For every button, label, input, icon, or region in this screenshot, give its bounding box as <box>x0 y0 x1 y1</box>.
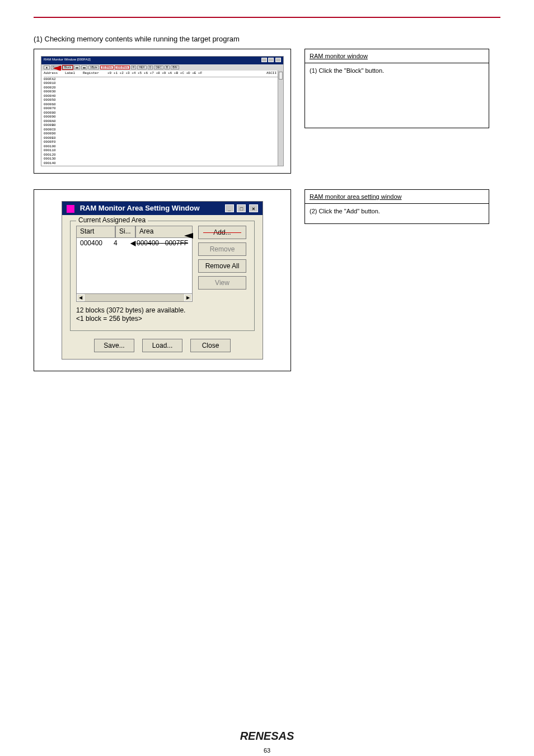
maximize-icon[interactable] <box>268 58 274 62</box>
remove-all-button[interactable]: Remove All <box>198 259 246 273</box>
sidebar-bottom-heading: RAM monitor area setting window <box>305 190 489 204</box>
col-hex: +0 +1 +2 +3 +4 +5 +6 +7 +8 +9 +A +B +C +… <box>107 72 263 76</box>
address-row: 000140 <box>44 161 281 166</box>
app-icon <box>67 205 74 213</box>
sidebar-top-heading: RAM monitor window <box>305 49 489 63</box>
cell-start: 000400 <box>80 239 114 247</box>
toolbar-hex[interactable]: HEX <box>137 66 146 70</box>
address-row: 000070 <box>44 106 281 111</box>
ram-monitor-column-header: Address Label Register +0 +1 +2 +3 +4 +5… <box>44 72 281 77</box>
close-icon[interactable] <box>275 58 281 62</box>
sidebar-top-body: (1) Click the "Block" button. <box>305 63 489 128</box>
current-assigned-area-group: Current Assigned Area Start Si... Area <box>70 221 255 331</box>
add-button[interactable]: Add... <box>198 226 246 239</box>
area-setting-titlebar: RAM Monitor Area Setting Window _ □ × <box>62 202 263 215</box>
area-setting-dialog: RAM Monitor Area Setting Window _ □ × Cu… <box>62 201 263 360</box>
address-row: 000110 <box>44 148 281 153</box>
toolbar-btn[interactable]: ▬ <box>74 66 80 70</box>
address-row: 000020 <box>44 86 281 90</box>
address-row: 000060 <box>44 102 281 107</box>
address-list: 000FA20000100000200000300000400000500000… <box>44 77 281 166</box>
scroll-left-icon[interactable]: ◀ <box>77 294 85 301</box>
toolbar-up-button[interactable]: ▲ <box>44 66 50 70</box>
area-setting-buttons: Add... Remove Remove All View <box>198 226 246 302</box>
ram-monitor-window: RAM Monitor Window [000FA2] ▲ Down Block <box>41 56 284 166</box>
callout-arrow-icon <box>184 233 193 239</box>
figure-area-setting: RAM Monitor Area Setting Window _ □ × Cu… <box>34 189 291 371</box>
view-button[interactable]: View <box>198 276 246 290</box>
minimize-icon[interactable] <box>261 58 267 62</box>
cell-si: 4 <box>114 239 130 247</box>
col-label: Label <box>65 72 79 76</box>
col-register: Register <box>83 72 104 76</box>
minimize-icon[interactable]: _ <box>225 204 234 212</box>
address-row: 0000A0 <box>44 119 281 124</box>
group-legend: Current Assigned Area <box>76 216 148 224</box>
address-row: 000040 <box>44 94 281 99</box>
scrollbar-thumb[interactable] <box>279 72 283 80</box>
close-button[interactable]: Close <box>190 339 231 352</box>
sidebar-bottom-body: (2) Click the "Add" button. <box>305 204 489 223</box>
address-row: 0000C0 <box>44 128 281 132</box>
toolbar-btn[interactable]: ▬ <box>81 66 87 70</box>
toolbar-hex-prefix[interactable]: H <box>131 66 137 70</box>
address-row: 0000B0 <box>44 123 281 128</box>
page-footer: RENESAS 63 <box>34 730 500 754</box>
ram-monitor-titlebar: RAM Monitor Window [000FA2] <box>41 57 283 64</box>
window-controls: _ □ × <box>224 204 258 212</box>
address-row: 0000D0 <box>44 132 281 136</box>
window-controls <box>261 58 281 63</box>
horizontal-scrollbar[interactable]: ◀ ▶ <box>76 294 193 302</box>
sidebar-bottom: RAM monitor area setting window (2) Clic… <box>305 189 489 224</box>
row-area-setting: RAM Monitor Area Setting Window _ □ × Cu… <box>34 189 500 371</box>
red-highlight-rect <box>62 65 73 71</box>
col-start[interactable]: Start <box>76 226 115 238</box>
area-setting-content: Current Assigned Area Start Si... Area <box>62 215 263 359</box>
toolbar-rate-10[interactable]: 10.0%/s <box>100 66 114 70</box>
load-button[interactable]: Load... <box>142 339 182 352</box>
address-row: 0000F0 <box>44 140 281 144</box>
sidebar-top: RAM monitor window (1) Click the "Block"… <box>305 49 489 128</box>
ram-monitor-body: Address Label Register +0 +1 +2 +3 +4 +5… <box>41 71 283 166</box>
close-icon[interactable]: × <box>249 204 258 212</box>
row-ram-monitor: RAM Monitor Window [000FA2] ▲ Down Block <box>34 49 500 174</box>
table-row[interactable]: 000400 4 ◀000400 - 0007FF <box>80 239 189 247</box>
toolbar-bin[interactable]: BIN <box>171 66 179 70</box>
section-title: (1) Checking memory contents while runni… <box>34 35 500 43</box>
vertical-scrollbar[interactable] <box>278 71 283 166</box>
area-setting-title-text: RAM Monitor Area Setting Window <box>80 204 200 212</box>
scroll-right-icon[interactable]: ▶ <box>184 294 192 301</box>
address-row: 000090 <box>44 115 281 119</box>
address-row: 000010 <box>44 81 281 86</box>
cell-area: ◀000400 - 0007FF <box>130 239 189 247</box>
address-row: 000050 <box>44 98 281 102</box>
address-row: 000100 <box>44 144 281 149</box>
availability-text: 12 blocks (3072 bytes) are available. <1… <box>76 306 249 324</box>
ram-monitor-toolbar: ▲ Down Block ▬ ▬ 1Byte 10.0%/s 100.0%/s … <box>41 64 283 71</box>
toolbar-bin-prefix[interactable]: B <box>165 66 170 70</box>
toolbar-rate-100[interactable]: 100.0%/s <box>115 66 130 70</box>
toolbar-dec-prefix[interactable]: D <box>148 66 153 70</box>
toolbar-dec[interactable]: DEC <box>154 66 163 70</box>
col-si[interactable]: Si... <box>115 226 135 238</box>
callout-arrow-icon <box>53 66 61 71</box>
toolbar-block-button[interactable]: Block <box>63 66 73 70</box>
dialog-bottom-buttons: Save... Load... Close <box>70 339 255 352</box>
header-rule <box>34 17 500 18</box>
scroll-track[interactable] <box>85 294 184 301</box>
assigned-area-list-body[interactable]: 000400 4 ◀000400 - 0007FF <box>76 238 193 294</box>
assigned-area-list: Start Si... Area 000400 4 ◀0 <box>76 226 193 302</box>
address-row: 000080 <box>44 111 281 115</box>
save-button[interactable]: Save... <box>94 339 134 352</box>
page-number: 63 <box>264 747 270 754</box>
left-arrow-icon: ◀ <box>130 239 135 247</box>
remove-button[interactable]: Remove <box>198 242 246 256</box>
ram-monitor-title-text: RAM Monitor Window [000FA2] <box>44 58 91 63</box>
red-strike <box>203 232 241 233</box>
col-address: Address <box>44 72 62 76</box>
address-row: 0000E0 <box>44 136 281 141</box>
address-row: 000120 <box>44 153 281 157</box>
maximize-icon[interactable]: □ <box>237 204 246 212</box>
toolbar-1byte[interactable]: 1Byte <box>88 66 99 70</box>
address-row: 000030 <box>44 90 281 94</box>
